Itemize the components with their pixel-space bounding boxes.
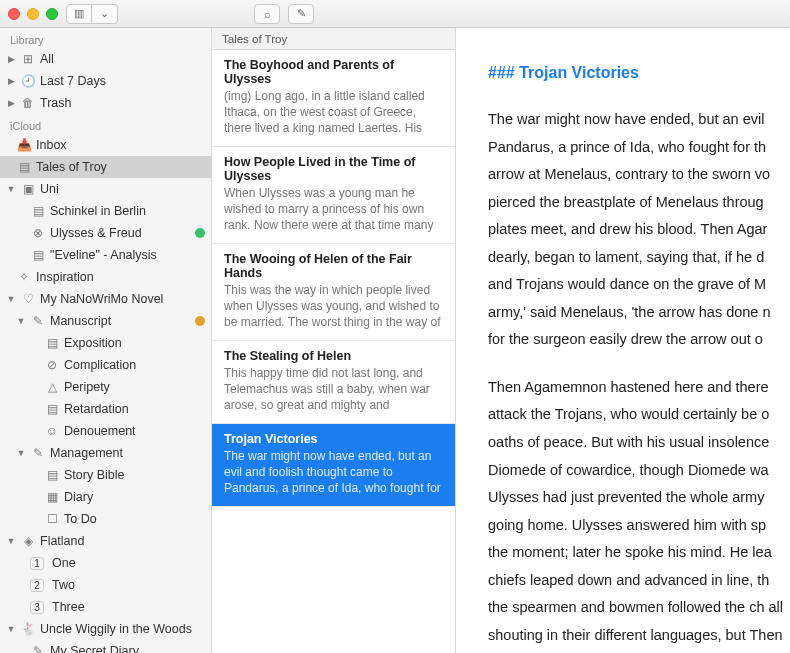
sparkle-icon: ✧: [16, 270, 32, 284]
sidebar-toggle-button[interactable]: ▥: [66, 4, 92, 24]
trash-icon: 🗑: [20, 96, 36, 110]
sidebar-item-story-bible[interactable]: ▤Story Bible: [0, 464, 211, 486]
note-excerpt: (img) Long ago, in a little island calle…: [224, 88, 443, 136]
note-list-item[interactable]: The Boyhood and Parents of Ulysses(img) …: [212, 50, 455, 147]
sidebar-item-trash[interactable]: ▶🗑Trash: [0, 92, 211, 114]
sidebar-group-wiggily[interactable]: ▼🐇Uncle Wiggily in the Woods: [0, 618, 211, 640]
sidebar-item-three[interactable]: 3Three: [0, 596, 211, 618]
sidebar-group-management[interactable]: ▼✎Management: [0, 442, 211, 464]
sidebar-item-secret-diary[interactable]: ✎My Secret Diary: [0, 640, 211, 653]
inbox-icon: 📥: [16, 138, 32, 152]
note-title: How People Lived in the Time of Ulysses: [224, 155, 443, 183]
status-badge: [195, 228, 205, 238]
sidebar-item-peripety[interactable]: △Peripety: [0, 376, 211, 398]
library-sidebar: Library ▶⊞All ▶🕘Last 7 Days ▶🗑Trash iClo…: [0, 28, 212, 653]
note-list-item[interactable]: The Wooing of Helen of the Fair HandsThi…: [212, 244, 455, 341]
sidebar-item-tales-of-troy[interactable]: ▤Tales of Troy: [0, 156, 211, 178]
sidebar-item-schinkel[interactable]: ▤Schinkel in Berlin: [0, 200, 211, 222]
sidebar-item-ulysses-freud[interactable]: ⊗Ulysses & Freud: [0, 222, 211, 244]
clock-icon: 🕘: [20, 74, 36, 88]
note-list-item[interactable]: Trojan VictoriesThe war might now have e…: [212, 424, 455, 507]
rabbit-icon: 🐇: [20, 622, 36, 636]
sidebar-item-inspiration[interactable]: ✧Inspiration: [0, 266, 211, 288]
heart-icon: ♡: [20, 292, 36, 306]
note-title: The Stealing of Helen: [224, 349, 443, 363]
layers-icon: ◈: [20, 534, 36, 548]
sidebar-item-one[interactable]: 1One: [0, 552, 211, 574]
note-list-item[interactable]: The Stealing of HelenThis happy time did…: [212, 341, 455, 424]
document-paragraph: Then Agamemnon hastened here and there a…: [488, 374, 790, 653]
icloud-section-label: iCloud: [0, 114, 211, 134]
note-title: The Wooing of Helen of the Fair Hands: [224, 252, 443, 280]
sidebar-item-todo[interactable]: ☐To Do: [0, 508, 211, 530]
note-excerpt: When Ulysses was a young man he wished t…: [224, 185, 443, 233]
stack-icon: ▤: [16, 160, 32, 174]
window-controls: [8, 8, 58, 20]
sidebar-item-inbox[interactable]: 📥Inbox: [0, 134, 211, 156]
pen-icon: ✎: [30, 314, 46, 328]
note-excerpt: The war might now have ended, but an evi…: [224, 448, 443, 496]
grid-icon: ⊞: [20, 52, 36, 66]
search-button[interactable]: ⌕: [254, 4, 280, 24]
note-list-header: Tales of Troy: [212, 28, 455, 50]
sidebar-group-flatland[interactable]: ▼◈Flatland: [0, 530, 211, 552]
sidebar-item-complication[interactable]: ⊘Complication: [0, 354, 211, 376]
pen-icon: ✎: [30, 446, 46, 460]
minimize-window-button[interactable]: [27, 8, 39, 20]
note-title: The Boyhood and Parents of Ulysses: [224, 58, 443, 86]
sidebar-item-exposition[interactable]: ▤Exposition: [0, 332, 211, 354]
sidebar-item-two[interactable]: 2Two: [0, 574, 211, 596]
note-list: Tales of Troy The Boyhood and Parents of…: [212, 28, 456, 653]
sidebar-item-last7days[interactable]: ▶🕘Last 7 Days: [0, 70, 211, 92]
note-excerpt: This happy time did not last long, and T…: [224, 365, 443, 413]
status-badge: [195, 316, 205, 326]
compose-button[interactable]: ✎: [288, 4, 314, 24]
folder-icon: ▣: [20, 182, 36, 196]
sidebar-group-novel[interactable]: ▼♡My NaNoWriMo Novel: [0, 288, 211, 310]
sidebar-item-diary[interactable]: ▦Diary: [0, 486, 211, 508]
document-paragraph: The war might now have ended, but an evi…: [488, 106, 790, 354]
sidebar-item-retardation[interactable]: ▤Retardation: [0, 398, 211, 420]
sidebar-layout-menu[interactable]: ⌄: [92, 4, 118, 24]
zoom-window-button[interactable]: [46, 8, 58, 20]
search-icon: ⌕: [264, 8, 271, 20]
sidebar-group-manuscript[interactable]: ▼✎Manuscript: [0, 310, 211, 332]
compose-icon: ✎: [297, 7, 306, 20]
editor-pane[interactable]: ### Trojan Victories The war might now h…: [456, 28, 790, 653]
note-excerpt: This was the way in which people lived w…: [224, 282, 443, 330]
note-list-item[interactable]: How People Lived in the Time of UlyssesW…: [212, 147, 455, 244]
library-section-label: Library: [0, 28, 211, 48]
close-window-button[interactable]: [8, 8, 20, 20]
sidebar-item-all[interactable]: ▶⊞All: [0, 48, 211, 70]
titlebar: ▥ ⌄ ⌕ ✎: [0, 0, 790, 28]
document-heading: ### Trojan Victories: [488, 64, 790, 82]
sidebar-item-denouement[interactable]: ☺Denouement: [0, 420, 211, 442]
note-title: Trojan Victories: [224, 432, 443, 446]
sidebar-group-uni[interactable]: ▼▣Uni: [0, 178, 211, 200]
sidebar-item-eveline[interactable]: ▤"Eveline" - Analysis: [0, 244, 211, 266]
